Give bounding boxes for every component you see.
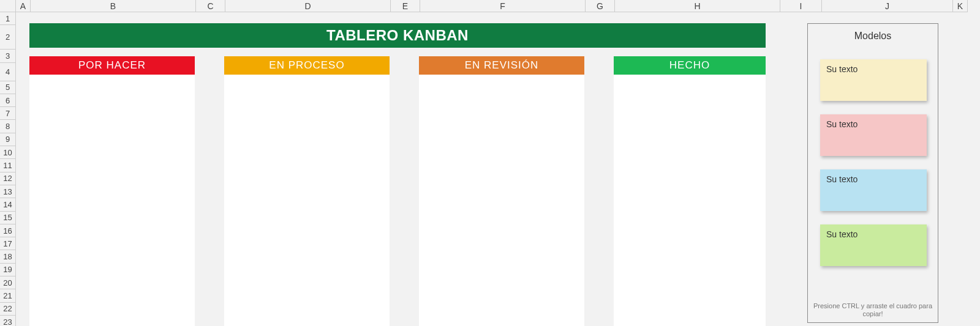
- kanban-column-body-1[interactable]: [224, 75, 390, 326]
- row-header-9[interactable]: 9: [0, 133, 16, 146]
- row-header-16[interactable]: 16: [0, 224, 16, 237]
- sticky-note-text: Su texto: [826, 229, 858, 239]
- column-header-G[interactable]: G: [586, 0, 615, 12]
- sticky-note-text: Su texto: [826, 119, 858, 129]
- column-header-K[interactable]: K: [953, 0, 968, 12]
- kanban-header-2: EN REVISIÓN: [419, 56, 584, 75]
- row-header-5[interactable]: 5: [0, 81, 16, 94]
- row-header-10[interactable]: 10: [0, 146, 16, 159]
- spreadsheet-grid: ABCDEFGHIJK 1234567891011121314151617181…: [0, 0, 980, 326]
- kanban-title-banner: TABLERO KANBAN: [29, 23, 766, 48]
- row-header-12[interactable]: 12: [0, 172, 16, 185]
- column-header-E[interactable]: E: [391, 0, 420, 12]
- row-header-21[interactable]: 21: [0, 289, 16, 302]
- kanban-header-label: EN REVISIÓN: [465, 59, 539, 72]
- column-header-F[interactable]: F: [420, 0, 586, 12]
- row-header-6[interactable]: 6: [0, 94, 16, 107]
- row-header-1[interactable]: 1: [0, 12, 16, 25]
- column-header-I[interactable]: I: [780, 0, 822, 12]
- row-header-3[interactable]: 3: [0, 50, 16, 62]
- column-header-C[interactable]: C: [196, 0, 225, 12]
- row-header-22[interactable]: 22: [0, 303, 16, 316]
- row-headers: 123456789101112131415161718192021222324: [0, 12, 16, 326]
- row-header-11[interactable]: 11: [0, 159, 16, 172]
- row-header-23[interactable]: 23: [0, 316, 16, 326]
- column-header-J[interactable]: J: [822, 0, 953, 12]
- sticky-note-text: Su texto: [826, 174, 858, 184]
- row-header-2[interactable]: 2: [0, 25, 16, 50]
- row-header-19[interactable]: 19: [0, 264, 16, 276]
- row-header-17[interactable]: 17: [0, 237, 16, 250]
- sticky-note-text: Su texto: [826, 64, 858, 74]
- kanban-title-text: TABLERO KANBAN: [326, 27, 469, 44]
- row-header-13[interactable]: 13: [0, 185, 16, 198]
- row-header-8[interactable]: 8: [0, 120, 16, 133]
- kanban-header-1: EN PROCESO: [224, 56, 390, 75]
- kanban-header-label: POR HACER: [78, 59, 146, 72]
- sticky-note-2[interactable]: Su texto: [820, 169, 927, 211]
- models-panel-title: Modelos: [808, 24, 938, 48]
- column-headers-row: ABCDEFGHIJK: [0, 0, 980, 12]
- sticky-note-3[interactable]: Su texto: [820, 224, 927, 266]
- row-header-18[interactable]: 18: [0, 250, 16, 263]
- column-header-B[interactable]: B: [31, 0, 196, 12]
- select-all-corner[interactable]: [0, 0, 16, 12]
- sticky-note-1[interactable]: Su texto: [820, 114, 927, 156]
- column-header-D[interactable]: D: [225, 0, 391, 12]
- kanban-column-body-3[interactable]: [614, 75, 766, 326]
- kanban-header-label: EN PROCESO: [269, 59, 344, 72]
- row-header-14[interactable]: 14: [0, 198, 16, 211]
- kanban-header-label: HECHO: [669, 59, 710, 72]
- row-header-15[interactable]: 15: [0, 212, 16, 224]
- kanban-header-0: POR HACER: [29, 56, 195, 75]
- models-title-text: Modelos: [854, 31, 891, 42]
- row-header-20[interactable]: 20: [0, 276, 16, 289]
- kanban-column-body-2[interactable]: [419, 75, 584, 326]
- kanban-column-body-0[interactable]: [29, 75, 195, 326]
- sticky-note-0[interactable]: Su texto: [820, 59, 927, 101]
- row-header-4[interactable]: 4: [0, 63, 16, 81]
- row-header-7[interactable]: 7: [0, 107, 16, 120]
- models-hint-text: Presione CTRL y arraste el cuadro para c…: [812, 302, 934, 319]
- column-header-A[interactable]: A: [16, 0, 31, 12]
- kanban-header-3: HECHO: [614, 56, 766, 75]
- column-header-H[interactable]: H: [615, 0, 780, 12]
- models-panel: Modelos Su textoSu textoSu textoSu texto…: [807, 23, 938, 323]
